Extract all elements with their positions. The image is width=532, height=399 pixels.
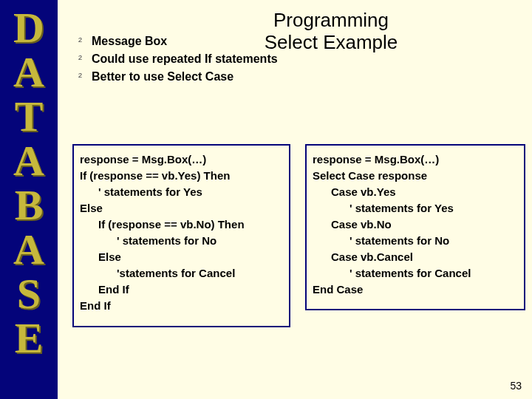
- code-box-if: response = Msg.Box(…) If (response == vb…: [72, 144, 290, 327]
- page-number: 53: [510, 380, 522, 392]
- content-area: Programming Select Example ² Message Box…: [58, 0, 532, 399]
- bullet-icon: ²: [78, 51, 92, 67]
- bullet-icon: ²: [78, 33, 92, 50]
- side-letter: A: [13, 50, 44, 95]
- side-letter: D: [13, 6, 44, 50]
- side-letter: S: [17, 272, 41, 316]
- sidebar: D A T A B A S E: [0, 0, 58, 399]
- bullet-item: ² Better to use Select Case: [78, 69, 322, 85]
- code-box-select: response = Msg.Box(…) Select Case respon…: [305, 144, 525, 310]
- bullet-text: Better to use Select Case: [92, 69, 233, 85]
- bullet-item: ² Could use repeated If statements: [78, 51, 322, 67]
- side-letter: T: [15, 95, 44, 139]
- side-letter: B: [15, 183, 44, 228]
- side-letter: E: [15, 316, 44, 361]
- bullet-text: Could use repeated If statements: [92, 51, 278, 67]
- bullet-text: Message Box: [92, 33, 167, 50]
- bullet-item: ² Message Box: [78, 33, 322, 50]
- bullet-list: ² Message Box ² Could use repeated If st…: [78, 33, 322, 86]
- side-letter: A: [13, 139, 44, 183]
- title-line-1: Programming: [220, 9, 442, 31]
- side-letter: A: [13, 228, 44, 272]
- bullet-icon: ²: [78, 69, 92, 85]
